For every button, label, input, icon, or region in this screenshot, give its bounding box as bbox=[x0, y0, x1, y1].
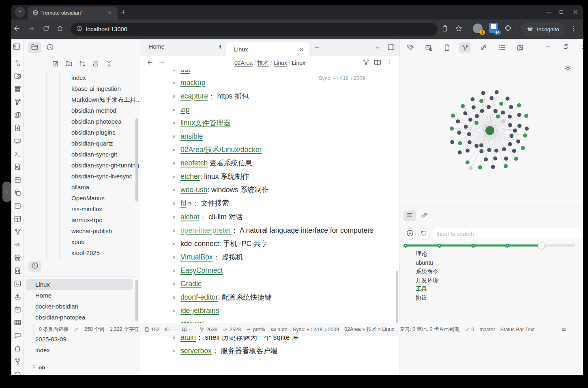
reload-button[interactable] bbox=[41, 25, 50, 34]
back-button[interactable] bbox=[12, 25, 21, 34]
edge-drawer-handle[interactable]: › bbox=[2, 182, 11, 202]
forward-button[interactable] bbox=[27, 25, 36, 34]
explorer-edit-icon[interactable] bbox=[51, 59, 60, 69]
extensions-puzzle-icon[interactable] bbox=[504, 25, 512, 34]
explorer-collapse-icon[interactable] bbox=[104, 59, 114, 69]
right-tab-graph-icon[interactable] bbox=[459, 42, 471, 53]
browser-menu-icon[interactable] bbox=[570, 25, 577, 34]
recent-scrollbar[interactable] bbox=[135, 280, 138, 321]
statusbar-item[interactable] bbox=[561, 327, 567, 332]
ribbon-git-fork-icon[interactable] bbox=[13, 356, 22, 366]
internal-link[interactable]: ide-jetbrains bbox=[180, 307, 219, 315]
internal-link[interactable]: VirtualBox bbox=[180, 253, 212, 261]
file-tree-item[interactable]: rss-miniflux bbox=[71, 204, 140, 214]
explorer-stack-icon[interactable] bbox=[91, 59, 101, 69]
bookmark-star-icon[interactable] bbox=[455, 25, 462, 34]
ribbon-archive-icon[interactable] bbox=[13, 84, 22, 94]
extension-icon[interactable]: 9+ bbox=[489, 23, 498, 33]
tab-list-chevron[interactable] bbox=[374, 44, 381, 52]
recent-file-item[interactable]: Linux bbox=[26, 279, 133, 290]
internal-link[interactable]: Gradle bbox=[180, 280, 202, 288]
statusbar-item[interactable]: 2639 bbox=[199, 327, 217, 332]
tag-search-input[interactable] bbox=[432, 228, 582, 240]
file-tree-item[interactable]: index bbox=[71, 72, 140, 83]
reading-mode-icon[interactable] bbox=[374, 59, 381, 68]
statusbar-item[interactable]: Sync: ▪ ↑ 418 ↓ 2009 bbox=[293, 327, 339, 332]
internal-link[interactable]: mackup bbox=[180, 79, 205, 87]
editor-scrollbar[interactable] bbox=[396, 271, 398, 325]
profile-avatar[interactable]: 1 bbox=[473, 24, 483, 33]
file-tree-item[interactable]: termux-frpc bbox=[71, 214, 140, 225]
right-tab-file-icon[interactable] bbox=[441, 42, 453, 53]
right-tab-list-icon[interactable] bbox=[496, 42, 508, 53]
internal-link[interactable]: woe-usb bbox=[180, 186, 207, 194]
ribbon-share-icon[interactable] bbox=[13, 97, 22, 107]
right-tab-cards-star-icon[interactable] bbox=[514, 42, 526, 53]
tag-item[interactable]: 开发环境 bbox=[416, 276, 570, 285]
left-sidebar-toggle[interactable] bbox=[12, 43, 21, 52]
statusbar-item[interactable]: 0 条反向链接 bbox=[39, 326, 69, 333]
ribbon-binary-icon[interactable]: 0110 bbox=[13, 58, 22, 68]
tag-item[interactable]: 理论 bbox=[416, 250, 570, 259]
home-button[interactable] bbox=[56, 25, 64, 34]
ribbon-table-icon[interactable] bbox=[13, 317, 22, 327]
tag-item[interactable]: 工具 bbox=[416, 285, 570, 294]
statusbar-item[interactable]: 0 bbox=[464, 327, 474, 332]
breadcrumb-segment[interactable]: 技术 bbox=[258, 60, 269, 66]
internal-link[interactable]: serverbox bbox=[180, 347, 212, 355]
internal-link[interactable]: zip bbox=[180, 105, 189, 114]
right-tab-link-in-icon[interactable] bbox=[477, 42, 489, 53]
statusbar-item[interactable]: auto bbox=[271, 327, 288, 332]
file-tree-item[interactable]: obsidian-quartz bbox=[71, 138, 140, 149]
vault-switcher[interactable]: ob bbox=[31, 364, 45, 371]
window-maximize-button[interactable] bbox=[559, 9, 564, 16]
internal-link[interactable]: ansible bbox=[180, 132, 203, 140]
internal-link[interactable]: neofetch bbox=[180, 159, 208, 167]
internal-link[interactable]: ddt bbox=[180, 70, 190, 73]
ribbon-copy-icon[interactable] bbox=[13, 188, 22, 197]
statusbar-item[interactable]: prefix bbox=[246, 327, 266, 332]
file-tree-item[interactable]: obsidian-sync-git bbox=[71, 149, 140, 160]
collapse-all-button[interactable] bbox=[404, 228, 416, 240]
statusbar-item[interactable]: 02Area » 技术 » Linux bbox=[344, 326, 394, 333]
right-tab-tags-icon[interactable] bbox=[404, 42, 416, 53]
history-button[interactable] bbox=[418, 228, 429, 240]
recent-file-item[interactable]: Home bbox=[26, 290, 133, 301]
ribbon-calendar-icon[interactable] bbox=[13, 175, 22, 184]
explorer-sort-asc-icon[interactable] bbox=[77, 59, 87, 69]
ribbon-graph-icon[interactable] bbox=[13, 227, 22, 236]
file-tree-item[interactable]: Markdown知乎发布工具... bbox=[71, 94, 140, 105]
tag-pane-tab[interactable] bbox=[403, 210, 416, 221]
local-graph-icon[interactable] bbox=[363, 59, 369, 67]
breadcrumb-segment[interactable]: 02Area bbox=[234, 60, 253, 66]
internal-link[interactable]: 02Area/技术/Linux/docker bbox=[180, 146, 262, 154]
slider-thumb[interactable] bbox=[538, 242, 545, 249]
ribbon-screen-sync-icon[interactable] bbox=[13, 136, 22, 146]
tag-item[interactable]: 协议 bbox=[416, 294, 570, 302]
ribbon-import-icon[interactable] bbox=[13, 292, 22, 301]
tab-close-icon[interactable] bbox=[298, 46, 305, 54]
browser-tab[interactable]: "remote obsidian" bbox=[28, 6, 118, 19]
statusbar-item[interactable]: master bbox=[479, 327, 495, 332]
file-tree-item[interactable]: obsidian-plugins bbox=[71, 127, 140, 138]
tab-search-button[interactable] bbox=[15, 7, 25, 17]
file-tree-item[interactable]: OpenManus bbox=[71, 193, 140, 204]
new-tab-button[interactable] bbox=[313, 44, 320, 52]
breadcrumb-segment[interactable]: Linux bbox=[273, 60, 287, 66]
ribbon-cards-star-icon[interactable] bbox=[13, 110, 22, 120]
recent-file-item[interactable]: docker-obsidian bbox=[26, 301, 133, 312]
url-bar[interactable]: localhost:13000 bbox=[71, 23, 438, 36]
internal-link[interactable]: fd bbox=[180, 199, 187, 207]
ribbon-terminal-box-icon[interactable] bbox=[13, 279, 22, 288]
window-minimize-button[interactable] bbox=[545, 9, 552, 17]
file-tree-item[interactable]: obsidian-method bbox=[71, 105, 140, 116]
file-tree-item[interactable]: xpub bbox=[71, 236, 140, 247]
statusbar-item[interactable]: 复习: 0 笔记, 0 卡片已到期 bbox=[399, 326, 459, 333]
ribbon-templater-icon[interactable]: <% bbox=[13, 240, 22, 249]
internal-link[interactable]: open-interpreter bbox=[180, 226, 231, 234]
more-options-icon[interactable] bbox=[386, 59, 393, 67]
file-tree-item[interactable]: obsidian-sync-livesync bbox=[71, 171, 140, 182]
new-tab-button[interactable] bbox=[120, 9, 127, 17]
file-tree-item[interactable]: kbase-ai-ingestion bbox=[71, 83, 140, 94]
statusbar-item[interactable]: --- bbox=[182, 327, 194, 332]
